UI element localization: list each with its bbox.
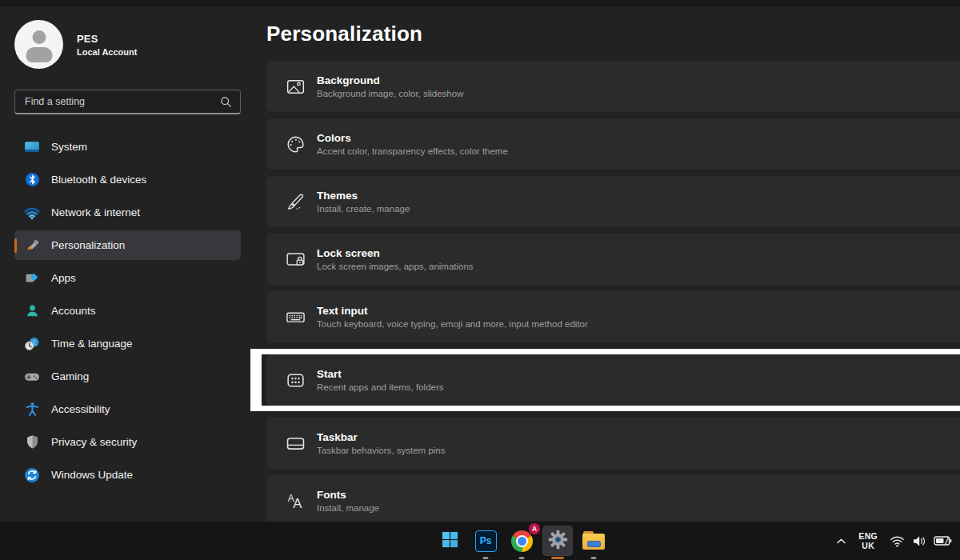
taskbar-apps: Ps A — [434, 522, 609, 560]
windows-logo-icon — [441, 530, 459, 552]
file-explorer-icon — [582, 531, 605, 550]
taskbar-icon — [285, 433, 306, 454]
start-icon — [285, 370, 306, 391]
main-content: Personalization Background Background im… — [266, 7, 960, 560]
settings-row-taskbar[interactable]: Taskbar Taskbar behaviors, system pins — [266, 418, 960, 469]
settings-row-colors[interactable]: Colors Accent color, transparency effect… — [266, 118, 960, 170]
settings-row-fonts[interactable]: AA Fonts Install, manage — [266, 475, 960, 526]
language-indicator[interactable]: ENG UK — [858, 531, 878, 550]
system-tray: ENG UK — [836, 522, 952, 560]
sidebar-item-gaming[interactable]: Gaming — [14, 362, 241, 391]
file-explorer-taskbar-button[interactable] — [578, 526, 609, 556]
update-icon — [22, 466, 42, 484]
sidebar-item-accessibility[interactable]: Accessibility — [14, 394, 241, 424]
sidebar-item-apps[interactable]: Apps — [14, 263, 241, 293]
sidebar-item-system[interactable]: System — [14, 132, 241, 162]
settings-sidebar: PES Local Account System Bluetooth & dev… — [0, 7, 266, 522]
apps-icon — [22, 270, 42, 287]
settings-row-background[interactable]: Background Background image, color, slid… — [266, 61, 960, 112]
chrome-icon — [511, 530, 533, 552]
text-input-icon — [285, 306, 306, 328]
tray-chevron-up-icon[interactable] — [836, 538, 846, 545]
running-indicator — [519, 557, 525, 559]
find-a-setting-searchbox[interactable] — [14, 90, 241, 114]
battery-icon[interactable] — [934, 535, 952, 546]
windows-taskbar: Ps A — [0, 522, 960, 560]
bluetooth-icon — [22, 171, 42, 189]
highlight-annotation: Start Recent apps and items, folders — [250, 349, 960, 411]
time-icon — [22, 335, 42, 353]
volume-icon[interactable] — [912, 535, 926, 547]
sidebar-item-network-internet[interactable]: Network & internet — [14, 198, 241, 227]
page-title: Personalization — [266, 22, 422, 46]
settings-row-lock-screen[interactable]: Lock screen Lock screen images, apps, an… — [266, 234, 960, 285]
settings-row-text-input[interactable]: Text input Touch keyboard, voice typing,… — [266, 291, 960, 342]
running-indicator — [483, 557, 489, 559]
start-button[interactable] — [434, 526, 465, 556]
sidebar-item-privacy-security[interactable]: Privacy & security — [14, 427, 241, 457]
settings-row-start[interactable]: Start Recent apps and items, folders — [266, 354, 960, 406]
gaming-icon — [22, 368, 42, 386]
accounts-icon — [22, 302, 42, 320]
user-card[interactable]: PES Local Account — [14, 20, 137, 69]
avatar-person-icon — [32, 30, 46, 44]
sidebar-item-windows-update[interactable]: Windows Update — [14, 460, 241, 490]
colors-icon — [285, 134, 306, 155]
background-icon — [285, 76, 306, 98]
fonts-icon: AA — [285, 490, 306, 512]
avatar — [14, 20, 63, 69]
chrome-profile-badge: A — [529, 523, 540, 534]
sidebar-item-accounts[interactable]: Accounts — [14, 296, 241, 326]
user-account-type: Local Account — [77, 47, 137, 57]
photoshop-icon: Ps — [475, 530, 497, 552]
themes-icon — [285, 191, 306, 213]
settings-taskbar-button[interactable] — [542, 526, 573, 556]
system-icon — [22, 138, 42, 156]
active-running-indicator — [551, 557, 564, 559]
sidebar-item-time-language[interactable]: Time & language — [14, 329, 241, 358]
user-name: PES — [77, 33, 137, 45]
window-top-edge — [0, 0, 960, 7]
privacy-icon — [22, 434, 42, 451]
personalization-icon — [22, 237, 42, 254]
photoshop-taskbar-button[interactable]: Ps — [470, 526, 501, 556]
svg-text:A: A — [293, 496, 302, 511]
settings-row-themes[interactable]: Themes Install, create, manage — [266, 176, 960, 227]
sidebar-nav: System Bluetooth & devices Network & int… — [14, 132, 241, 493]
sidebar-item-personalization[interactable]: Personalization — [14, 230, 241, 260]
accessibility-icon — [22, 401, 42, 418]
settings-gear-icon — [547, 529, 569, 554]
settings-rows: Background Background image, color, slid… — [266, 61, 960, 533]
search-icon[interactable] — [220, 96, 232, 108]
search-input[interactable] — [25, 96, 220, 107]
running-indicator — [591, 557, 597, 559]
network-icon — [22, 204, 42, 222]
sidebar-item-bluetooth-devices[interactable]: Bluetooth & devices — [14, 165, 241, 194]
wifi-icon[interactable] — [890, 535, 905, 547]
lock-screen-icon — [285, 249, 306, 270]
chrome-taskbar-button[interactable]: A — [506, 526, 537, 556]
